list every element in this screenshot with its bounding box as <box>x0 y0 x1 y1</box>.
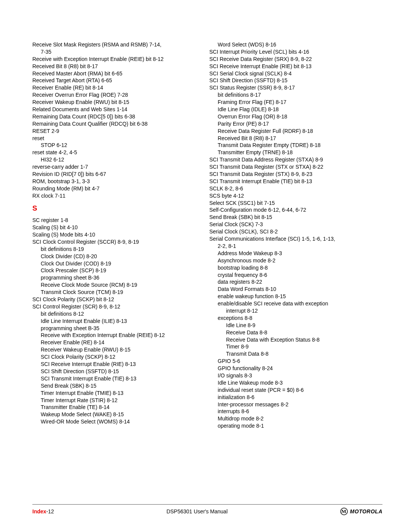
index-entry: initialization 8-6 <box>209 394 382 401</box>
section-heading: S <box>32 203 206 213</box>
index-entry: Overrun Error Flag (OR) 8-18 <box>209 113 382 120</box>
brand: M MOTOROLA <box>340 508 382 515</box>
page-footer: Index-12 DSP56301 User's Manual M MOTORO… <box>32 508 382 515</box>
index-entry: Timer 8-9 <box>209 343 382 350</box>
index-entry: Revision ID (RID[7 0]) bits 6-67 <box>32 171 206 178</box>
page-number: Index-12 <box>32 508 54 515</box>
index-entry: ROM, bootstrap 3-1, 3-3 <box>32 178 206 185</box>
page-label-suffix: -12 <box>46 508 54 514</box>
index-entry: Data Word Formats 8-10 <box>209 286 382 293</box>
index-entry: operating mode 8-1 <box>209 422 382 430</box>
index-entry: data registers 8-22 <box>209 278 382 286</box>
right-column: Word Select (WDS) 8-16SCI Interrupt Prio… <box>209 41 382 430</box>
index-entry: SCI Serial Clock signal (SCLK) 8-4 <box>209 70 382 77</box>
index-entry: Timer Interrupt Rate (STIR) 8-12 <box>32 397 206 404</box>
index-entry: Receive Clock Mode Source (RCM) 8-19 <box>32 281 206 289</box>
index-entry: SCI Receive Interrupt Enable (RIE) 8-13 <box>32 361 206 368</box>
index-entry: Scaling (S) bit 4-10 <box>32 224 206 231</box>
doc-title: DSP56301 User's Manual <box>166 508 228 515</box>
index-entry: Framing Error Flag (FE) 8-17 <box>209 99 382 106</box>
index-entry: Send Break (SBK) bit 8-15 <box>209 214 382 221</box>
index-entry: interrupt 8-12 <box>209 307 382 315</box>
index-entry: Wakeup Mode Select (WAKE) 8-15 <box>32 411 206 418</box>
index-entry: Transmitter Empty (TRNE) 8-18 <box>209 149 382 156</box>
index-page: Receive Slot Mask Registers (RSMA and RS… <box>0 0 411 532</box>
index-entry: SCI Transmit Data Register (STX) 8-9, 8-… <box>209 171 382 178</box>
index-entry: SCI Transmit Data Address Register (STXA… <box>209 156 382 163</box>
index-entry: SCI Interrupt Priority Level (SCL) bits … <box>209 48 382 56</box>
index-entry: bit definitions 8-17 <box>209 91 382 99</box>
index-entry: Receive Slot Mask Registers (RSMA and RS… <box>32 41 206 48</box>
index-entry: Received Bit 8 (R8) 8-17 <box>209 135 382 142</box>
index-entry: Rounding Mode (RM) bit 4-7 <box>32 185 206 192</box>
index-entry: programming sheet B-36 <box>32 274 206 281</box>
index-entry: Scaling (S) Mode bits 4-10 <box>32 231 206 238</box>
index-entry: SCI Status Register (SSR) 8-9, 8-17 <box>209 84 382 91</box>
index-entry: SCS byte 4-12 <box>209 192 382 200</box>
index-entry: GPIO 5-6 <box>209 358 382 365</box>
index-entry: Receiver Wakeup Enable (RWU) 8-15 <box>32 346 206 353</box>
index-entry: Receiver Enable (RE) 8-14 <box>32 339 206 346</box>
index-entry: SCLK 8-2, 8-6 <box>209 185 382 192</box>
index-entry: RX clock 7-11 <box>32 192 206 200</box>
brand-text: MOTOROLA <box>350 508 382 515</box>
index-entry: reset state 4-2, 4-5 <box>32 149 206 156</box>
index-entry: Asynchronous mode 8-2 <box>209 257 382 264</box>
index-entry: SCI Shift Direction (SSFTD) 8-15 <box>209 77 382 84</box>
index-entry: Receiver Enable (RE) bit 8-14 <box>32 84 206 91</box>
index-entry: Transmit Data Register Empty (TDRE) 8-18 <box>209 142 382 149</box>
index-entry: SCI Clock Polarity (SCKP) 8-12 <box>32 353 206 361</box>
index-entry: Receive with Exception Interrupt Enable … <box>32 56 206 63</box>
index-entry: SC register 1-8 <box>32 217 206 224</box>
index-entry: reverse-carry adder 1-7 <box>32 163 206 171</box>
index-entry: Timer Interrupt Enable (TMIE) 8-13 <box>32 390 206 397</box>
index-entry: programming sheet B-35 <box>32 325 206 332</box>
index-entry: I/O signals 8-3 <box>209 372 382 379</box>
index-entry: Receive with Exception Interrupt Enable … <box>32 332 206 339</box>
index-entry: Send Break (SBK) 8-15 <box>32 382 206 390</box>
index-entry: Transmit Data 8-8 <box>209 350 382 358</box>
index-entry: Clock Divider (CD) 8-20 <box>32 253 206 260</box>
index-entry: SCI Clock Control Register (SCCR) 8-9, 8… <box>32 238 206 246</box>
index-entry: Serial Clock (SCK) 7-3 <box>209 221 382 228</box>
index-entry: Inter-processor messages 8-2 <box>209 401 382 408</box>
index-entry: SCI Transmit Interrupt Enable (TIE) bit … <box>209 178 382 185</box>
index-entry: Receive Data 8-8 <box>209 329 382 336</box>
index-entry: Receiver Overrun Error Flag (ROE) 7-28 <box>32 91 206 99</box>
index-entry: interrupts 8-6 <box>209 408 382 415</box>
index-entry: reset <box>32 135 206 142</box>
index-entry: SCI Transmit Interrupt Enable (TIE) 8-13 <box>32 375 206 382</box>
index-entry: Related Documents and Web Sites 1-14 <box>32 106 206 113</box>
index-entry: enable/disable SCI receive data with exc… <box>209 300 382 307</box>
index-entry: SCI Shift Direction (SSFTD) 8-15 <box>32 368 206 375</box>
index-entry: Receive Data with Exception Status 8-8 <box>209 336 382 343</box>
index-entry: Word Select (WDS) 8-16 <box>209 41 382 48</box>
index-entry: Multidrop mode 8-2 <box>209 415 382 422</box>
index-entry: STOP 6-12 <box>32 142 206 149</box>
footer-rule <box>32 504 382 505</box>
index-entry: bit definitions 8-19 <box>32 246 206 253</box>
index-entry: individual reset state (PCR = $0) 8-6 <box>209 387 382 394</box>
index-entry: Received Master Abort (RMA) bit 6-65 <box>32 70 206 77</box>
index-entry: 2-2, 8-1 <box>209 243 382 250</box>
index-entry: GPIO functionality 8-24 <box>209 365 382 372</box>
index-entry: enable wakeup function 8-15 <box>209 293 382 300</box>
index-entry: Receiver Wakeup Enable (RWU) bit 8-15 <box>32 99 206 106</box>
index-entry: SCI Transmit Data Register (STX or STXA)… <box>209 163 382 171</box>
left-column: Receive Slot Mask Registers (RSMA and RS… <box>32 41 206 430</box>
index-entry: Remaining Data Count (RDC[5 0]) bits 6-3… <box>32 113 206 120</box>
page-label-prefix: Index <box>32 508 46 514</box>
index-entry: Receive Data Register Full (RDRF) 8-18 <box>209 128 382 135</box>
index-entry: 7-35 <box>32 48 206 56</box>
index-entry: Transmit Clock Source (TCM) 8-19 <box>32 289 206 296</box>
index-entry: Idle Line Interrupt Enable (ILIE) 8-13 <box>32 318 206 325</box>
index-entry: Transmitter Enable (TE) 8-14 <box>32 404 206 411</box>
index-entry: HI32 6-12 <box>32 156 206 163</box>
index-entry: Received Bit 8 (R8) bit 8-17 <box>32 63 206 70</box>
index-entry: Serial Communications Interface (SCI) 1-… <box>209 235 382 243</box>
index-content: Receive Slot Mask Registers (RSMA and RS… <box>32 41 382 430</box>
index-entry: Parity Error (PE) 8-17 <box>209 120 382 128</box>
index-entry: Clock Prescaler (SCP) 8-19 <box>32 267 206 274</box>
index-entry: Address Mode Wakeup 8-3 <box>209 250 382 257</box>
index-entry: Received Target Abort (RTA) 6-65 <box>32 77 206 84</box>
